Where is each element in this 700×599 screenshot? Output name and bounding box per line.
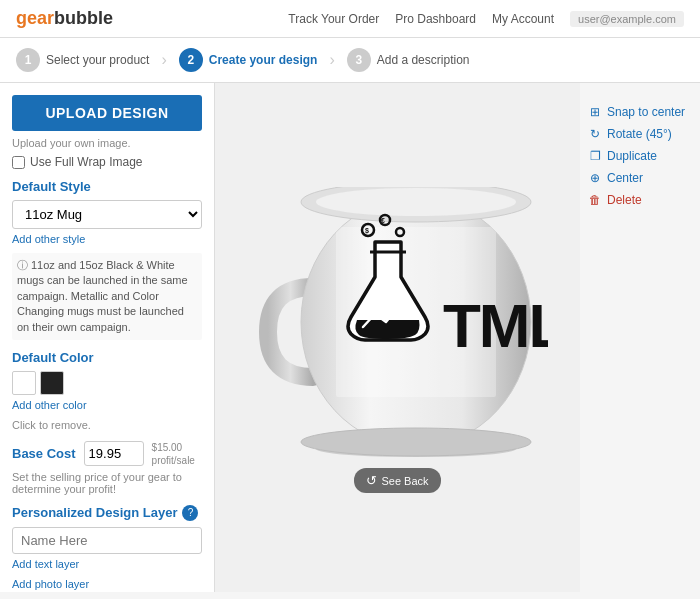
step-1-label: Select your product [46, 53, 149, 67]
track-order-link[interactable]: Track Your Order [288, 12, 379, 26]
full-wrap-label: Use Full Wrap Image [30, 155, 142, 169]
pro-dashboard-link[interactable]: Pro Dashboard [395, 12, 476, 26]
duplicate-tool-label: Duplicate [607, 149, 657, 163]
base-cost-label: Base Cost [12, 446, 76, 461]
color-swatches [12, 371, 202, 395]
snap-label: Snap to center [607, 105, 685, 119]
style-select[interactable]: 11oz Mug 15oz Mug [12, 200, 202, 229]
mug-svg: $ € TML [248, 187, 548, 457]
step-divider-2: › [329, 51, 334, 69]
step-2[interactable]: 2 Create your design [179, 48, 318, 72]
add-color-link[interactable]: Add other color [12, 399, 202, 411]
step-3-circle: 3 [347, 48, 371, 72]
step-1-circle: 1 [16, 48, 40, 72]
name-input[interactable] [12, 527, 202, 554]
duplicate-tool[interactable]: ❐ Duplicate [588, 147, 692, 165]
personalized-row: Personalized Design Layer ? [12, 505, 202, 521]
rotate-label: Rotate (45°) [607, 127, 672, 141]
rotate-icon: ↺ [366, 473, 377, 488]
right-tools-panel: ⊞ Snap to center ↻ Rotate (45°) ❐ Duplic… [580, 83, 700, 592]
step-2-circle: 2 [179, 48, 203, 72]
header: gearbubble Track Your Order Pro Dashboar… [0, 0, 700, 38]
add-photo-layer-link[interactable]: Add photo layer [12, 578, 202, 590]
delete-icon: 🗑 [588, 193, 602, 207]
svg-text:$: $ [365, 227, 369, 235]
default-color-title: Default Color [12, 350, 202, 365]
see-back-button[interactable]: ↺ See Back [354, 468, 440, 493]
profit-label: profit/sale [152, 454, 195, 467]
step-divider-1: › [161, 51, 166, 69]
logo-gear: gear [16, 8, 54, 28]
base-cost-row: Base Cost $15.00 profit/sale [12, 441, 202, 467]
svg-point-4 [316, 188, 516, 216]
step-3-label: Add a description [377, 53, 470, 67]
delete-label: Delete [607, 193, 642, 207]
step-1[interactable]: 1 Select your product [16, 48, 149, 72]
upload-note: Upload your own image. [12, 137, 202, 149]
center-icon: ⊕ [588, 171, 602, 185]
personalized-title: Personalized Design Layer [12, 505, 177, 520]
snap-icon: ⊞ [588, 105, 602, 119]
svg-text:TML: TML [443, 291, 548, 360]
center-tool[interactable]: ⊕ Center [588, 169, 692, 187]
full-wrap-row: Use Full Wrap Image [12, 155, 202, 169]
upload-design-button[interactable]: UPLOAD DESIGN [12, 95, 202, 131]
delete-tool[interactable]: 🗑 Delete [588, 191, 692, 209]
click-remove-text: Click to remove. [12, 419, 202, 431]
duplicate-icon: ❐ [588, 149, 602, 163]
rotate-tool-icon: ↻ [588, 127, 602, 141]
mug-container: $ € TML [248, 182, 548, 462]
my-account-link[interactable]: My Account [492, 12, 554, 26]
add-style-link[interactable]: Add other style [12, 233, 202, 245]
base-cost-input[interactable] [84, 441, 144, 466]
svg-text:€: € [381, 217, 385, 224]
logo-bubble: bubble [54, 8, 113, 28]
add-text-layer-link[interactable]: Add text layer [12, 558, 202, 570]
style-info-box: ⓘ11oz and 15oz Black & White mugs can be… [12, 253, 202, 340]
left-panel: UPLOAD DESIGN Upload your own image. Use… [0, 83, 215, 592]
logo: gearbubble [16, 8, 113, 29]
default-style-title: Default Style [12, 179, 202, 194]
see-back-label: See Back [381, 475, 428, 487]
profit-amount: $15.00 [152, 441, 195, 454]
svg-point-13 [301, 428, 531, 456]
steps-bar: 1 Select your product › 2 Create your de… [0, 38, 700, 83]
full-wrap-checkbox[interactable] [12, 156, 25, 169]
white-swatch[interactable] [12, 371, 36, 395]
black-swatch[interactable] [40, 371, 64, 395]
help-icon[interactable]: ? [182, 505, 198, 521]
selling-note: Set the selling price of your gear to de… [12, 471, 202, 495]
snap-to-center-tool[interactable]: ⊞ Snap to center [588, 103, 692, 121]
center-area: $ € TML ↺ See Back [215, 83, 580, 592]
main-area: UPLOAD DESIGN Upload your own image. Use… [0, 83, 700, 592]
info-icon: ⓘ [17, 259, 28, 271]
step-3[interactable]: 3 Add a description [347, 48, 470, 72]
user-account-badge: user@example.com [570, 11, 684, 27]
header-nav: Track Your Order Pro Dashboard My Accoun… [288, 11, 684, 27]
step-2-label: Create your design [209, 53, 318, 67]
rotate-tool[interactable]: ↻ Rotate (45°) [588, 125, 692, 143]
profit-badge: $15.00 profit/sale [152, 441, 195, 467]
style-info-text: 11oz and 15oz Black & White mugs can be … [17, 259, 188, 333]
center-label: Center [607, 171, 643, 185]
